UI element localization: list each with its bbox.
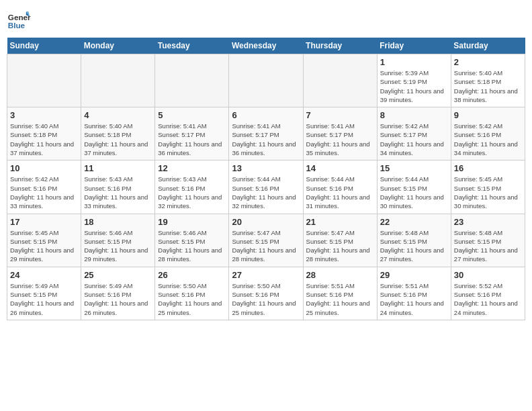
day-info: Sunrise: 5:47 AMSunset: 5:15 PMDaylight:… <box>306 228 374 264</box>
day-info: Sunrise: 5:42 AMSunset: 5:16 PMDaylight:… <box>454 122 522 157</box>
day-number: 2 <box>454 57 522 67</box>
day-info: Sunrise: 5:40 AMSunset: 5:18 PMDaylight:… <box>84 122 152 157</box>
day-number: 3 <box>10 110 78 120</box>
calendar-cell: 25Sunrise: 5:49 AMSunset: 5:16 PMDayligh… <box>81 267 155 320</box>
day-info: Sunrise: 5:45 AMSunset: 5:15 PMDaylight:… <box>10 228 78 264</box>
calendar-cell: 4Sunrise: 5:40 AMSunset: 5:18 PMDaylight… <box>81 107 155 161</box>
calendar-cell: 15Sunrise: 5:44 AMSunset: 5:15 PMDayligh… <box>377 161 451 214</box>
calendar-cell <box>303 54 377 107</box>
day-number: 1 <box>380 57 448 67</box>
day-info: Sunrise: 5:47 AMSunset: 5:15 PMDaylight:… <box>232 228 300 264</box>
day-number: 7 <box>306 110 374 120</box>
day-info: Sunrise: 5:41 AMSunset: 5:17 PMDaylight:… <box>232 122 300 157</box>
day-info: Sunrise: 5:42 AMSunset: 5:17 PMDaylight:… <box>380 122 448 157</box>
day-number: 27 <box>232 270 300 280</box>
day-number: 5 <box>158 110 226 120</box>
calendar-cell: 2Sunrise: 5:40 AMSunset: 5:18 PMDaylight… <box>451 54 525 107</box>
day-number: 17 <box>10 217 78 227</box>
calendar-cell: 21Sunrise: 5:47 AMSunset: 5:15 PMDayligh… <box>303 214 377 267</box>
calendar-week-5: 24Sunrise: 5:49 AMSunset: 5:15 PMDayligh… <box>7 267 525 320</box>
day-header-tuesday: Tuesday <box>155 38 229 54</box>
calendar-cell: 30Sunrise: 5:52 AMSunset: 5:16 PMDayligh… <box>451 267 525 320</box>
day-number: 12 <box>158 163 226 173</box>
day-info: Sunrise: 5:50 AMSunset: 5:16 PMDaylight:… <box>232 281 300 317</box>
calendar-week-4: 17Sunrise: 5:45 AMSunset: 5:15 PMDayligh… <box>7 214 525 267</box>
day-info: Sunrise: 5:43 AMSunset: 5:16 PMDaylight:… <box>158 175 226 210</box>
day-number: 28 <box>306 270 374 280</box>
day-header-thursday: Thursday <box>303 38 377 54</box>
day-number: 10 <box>10 163 78 173</box>
day-info: Sunrise: 5:46 AMSunset: 5:15 PMDaylight:… <box>84 228 152 264</box>
day-header-sunday: Sunday <box>7 38 81 54</box>
calendar-cell: 14Sunrise: 5:44 AMSunset: 5:16 PMDayligh… <box>303 161 377 214</box>
day-number: 20 <box>232 217 300 227</box>
day-info: Sunrise: 5:48 AMSunset: 5:15 PMDaylight:… <box>380 228 448 264</box>
day-info: Sunrise: 5:44 AMSunset: 5:16 PMDaylight:… <box>306 175 374 210</box>
day-info: Sunrise: 5:48 AMSunset: 5:15 PMDaylight:… <box>454 228 522 264</box>
day-info: Sunrise: 5:49 AMSunset: 5:15 PMDaylight:… <box>10 281 78 317</box>
page-header: General Blue <box>7 7 525 31</box>
calendar-header-row: SundayMondayTuesdayWednesdayThursdayFrid… <box>7 38 525 54</box>
day-number: 15 <box>380 163 448 173</box>
calendar-cell: 9Sunrise: 5:42 AMSunset: 5:16 PMDaylight… <box>451 107 525 161</box>
calendar-cell: 6Sunrise: 5:41 AMSunset: 5:17 PMDaylight… <box>229 107 303 161</box>
day-info: Sunrise: 5:40 AMSunset: 5:18 PMDaylight:… <box>10 122 78 157</box>
day-number: 24 <box>10 270 78 280</box>
day-info: Sunrise: 5:43 AMSunset: 5:16 PMDaylight:… <box>84 175 152 210</box>
calendar-cell: 17Sunrise: 5:45 AMSunset: 5:15 PMDayligh… <box>7 214 81 267</box>
day-number: 6 <box>232 110 300 120</box>
day-header-wednesday: Wednesday <box>229 38 303 54</box>
calendar-week-3: 10Sunrise: 5:42 AMSunset: 5:16 PMDayligh… <box>7 161 525 214</box>
day-number: 4 <box>84 110 152 120</box>
calendar-cell: 1Sunrise: 5:39 AMSunset: 5:19 PMDaylight… <box>377 54 451 107</box>
calendar-cell: 23Sunrise: 5:48 AMSunset: 5:15 PMDayligh… <box>451 214 525 267</box>
logo: General Blue <box>7 7 31 31</box>
day-info: Sunrise: 5:44 AMSunset: 5:15 PMDaylight:… <box>380 175 448 210</box>
day-number: 18 <box>84 217 152 227</box>
calendar-week-1: 1Sunrise: 5:39 AMSunset: 5:19 PMDaylight… <box>7 54 525 107</box>
day-info: Sunrise: 5:40 AMSunset: 5:18 PMDaylight:… <box>454 68 522 104</box>
day-info: Sunrise: 5:50 AMSunset: 5:16 PMDaylight:… <box>158 281 226 317</box>
day-info: Sunrise: 5:45 AMSunset: 5:15 PMDaylight:… <box>454 175 522 210</box>
svg-text:Blue: Blue <box>8 21 26 30</box>
day-number: 22 <box>380 217 448 227</box>
calendar-cell: 19Sunrise: 5:46 AMSunset: 5:15 PMDayligh… <box>155 214 229 267</box>
calendar-cell: 29Sunrise: 5:51 AMSunset: 5:16 PMDayligh… <box>377 267 451 320</box>
day-header-saturday: Saturday <box>451 38 525 54</box>
calendar-cell: 28Sunrise: 5:51 AMSunset: 5:16 PMDayligh… <box>303 267 377 320</box>
day-info: Sunrise: 5:41 AMSunset: 5:17 PMDaylight:… <box>306 122 374 157</box>
day-info: Sunrise: 5:39 AMSunset: 5:19 PMDaylight:… <box>380 68 448 104</box>
calendar-cell: 7Sunrise: 5:41 AMSunset: 5:17 PMDaylight… <box>303 107 377 161</box>
day-info: Sunrise: 5:51 AMSunset: 5:16 PMDaylight:… <box>380 281 448 317</box>
calendar-cell: 26Sunrise: 5:50 AMSunset: 5:16 PMDayligh… <box>155 267 229 320</box>
day-number: 16 <box>454 163 522 173</box>
day-info: Sunrise: 5:49 AMSunset: 5:16 PMDaylight:… <box>84 281 152 317</box>
calendar-week-2: 3Sunrise: 5:40 AMSunset: 5:18 PMDaylight… <box>7 107 525 161</box>
calendar-cell: 11Sunrise: 5:43 AMSunset: 5:16 PMDayligh… <box>81 161 155 214</box>
calendar-cell: 24Sunrise: 5:49 AMSunset: 5:15 PMDayligh… <box>7 267 81 320</box>
day-number: 19 <box>158 217 226 227</box>
calendar-cell <box>229 54 303 107</box>
calendar-cell: 8Sunrise: 5:42 AMSunset: 5:17 PMDaylight… <box>377 107 451 161</box>
calendar-cell: 12Sunrise: 5:43 AMSunset: 5:16 PMDayligh… <box>155 161 229 214</box>
day-info: Sunrise: 5:52 AMSunset: 5:16 PMDaylight:… <box>454 281 522 317</box>
calendar-cell <box>155 54 229 107</box>
calendar-cell: 10Sunrise: 5:42 AMSunset: 5:16 PMDayligh… <box>7 161 81 214</box>
day-info: Sunrise: 5:42 AMSunset: 5:16 PMDaylight:… <box>10 175 78 210</box>
day-number: 30 <box>454 270 522 280</box>
calendar-cell: 20Sunrise: 5:47 AMSunset: 5:15 PMDayligh… <box>229 214 303 267</box>
calendar-cell: 3Sunrise: 5:40 AMSunset: 5:18 PMDaylight… <box>7 107 81 161</box>
calendar-cell: 18Sunrise: 5:46 AMSunset: 5:15 PMDayligh… <box>81 214 155 267</box>
day-info: Sunrise: 5:46 AMSunset: 5:15 PMDaylight:… <box>158 228 226 264</box>
day-number: 8 <box>380 110 448 120</box>
day-number: 26 <box>158 270 226 280</box>
day-number: 29 <box>380 270 448 280</box>
day-number: 23 <box>454 217 522 227</box>
day-number: 9 <box>454 110 522 120</box>
day-number: 14 <box>306 163 374 173</box>
calendar-cell: 16Sunrise: 5:45 AMSunset: 5:15 PMDayligh… <box>451 161 525 214</box>
day-info: Sunrise: 5:44 AMSunset: 5:16 PMDaylight:… <box>232 175 300 210</box>
calendar-cell <box>81 54 155 107</box>
day-number: 25 <box>84 270 152 280</box>
day-number: 21 <box>306 217 374 227</box>
